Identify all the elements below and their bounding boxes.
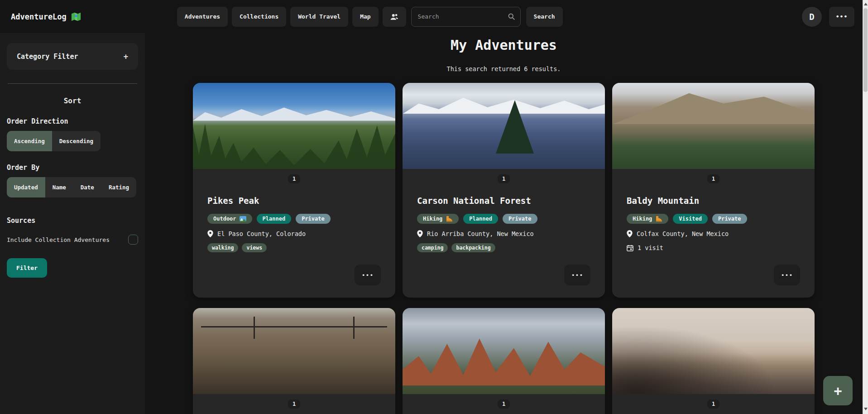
- card-body: Pikes Peak Outdoor Planned Private El Pa…: [193, 196, 395, 252]
- users-icon: [390, 13, 398, 20]
- adventure-card[interactable]: 1: [193, 308, 395, 414]
- adventure-card[interactable]: 1: [403, 308, 605, 414]
- tag-row: campingbackpacking: [417, 243, 590, 252]
- pin-icon: [207, 230, 213, 237]
- image-count-badge: 1: [707, 400, 719, 409]
- filter-sidebar: Category Filter + Sort Order Direction A…: [0, 33, 145, 414]
- adventure-photo[interactable]: [193, 308, 395, 394]
- adventure-card[interactable]: 1: [612, 308, 815, 414]
- sort-heading: Sort: [7, 96, 138, 105]
- category-label: Hiking: [633, 216, 652, 222]
- visit-count-text: 1 visit: [638, 244, 663, 251]
- page-title: My Adventures: [145, 37, 863, 53]
- image-count-badge: 1: [498, 400, 510, 409]
- add-adventure-button[interactable]: +: [823, 376, 853, 405]
- category-badge: Outdoor: [207, 214, 252, 224]
- include-collection-checkbox[interactable]: [128, 235, 138, 245]
- avatar[interactable]: D: [802, 7, 822, 27]
- map-logo-icon: [71, 12, 81, 22]
- tag-row: walkingviews: [207, 243, 381, 252]
- card-more-button[interactable]: •••: [774, 265, 800, 285]
- tag-badge: views: [242, 243, 267, 252]
- badge-row: Hiking Planned Private: [417, 214, 590, 224]
- scroll-up-icon[interactable]: [864, 3, 868, 5]
- order-direction-ascending-button[interactable]: Ascending: [7, 131, 52, 151]
- image-count-badge: 1: [707, 174, 719, 183]
- include-collection-row: Include Collection Adventures: [7, 235, 138, 245]
- category-label: Outdoor: [213, 216, 236, 222]
- scroll-down-icon[interactable]: [864, 408, 868, 410]
- order-by-rating-button[interactable]: Rating: [101, 177, 136, 197]
- adventure-card[interactable]: 1 Carson National Forest Hiking Planned …: [403, 83, 605, 298]
- adventure-photo[interactable]: [403, 308, 605, 394]
- location-row: Colfax County, New Mexico: [627, 230, 800, 237]
- adventure-card[interactable]: 1 Baldy Mountain Hiking Visited Private …: [612, 83, 815, 298]
- search-button[interactable]: Search: [526, 7, 563, 27]
- adventure-title[interactable]: Baldy Mountain: [627, 196, 800, 206]
- scrollbar-thumb[interactable]: [863, 8, 868, 92]
- card-more-button[interactable]: •••: [355, 265, 381, 285]
- main-content: My Adventures This search returned 6 res…: [145, 33, 863, 414]
- main-nav: Adventures Collections World Travel Map: [177, 7, 406, 27]
- tag-badge: backpacking: [451, 243, 495, 252]
- image-count-badge: 1: [498, 174, 510, 183]
- tag-badge: walking: [207, 243, 238, 252]
- adventure-title[interactable]: Pikes Peak: [207, 196, 381, 206]
- adventure-title[interactable]: Carson National Forest: [417, 196, 590, 206]
- visibility-badge: Private: [296, 214, 331, 224]
- sources-heading: Sources: [7, 217, 138, 225]
- nav-collections-button[interactable]: Collections: [232, 7, 286, 27]
- app-logo[interactable]: AdventureLog: [11, 12, 81, 22]
- visibility-badge: Private: [503, 214, 537, 224]
- status-badge: Visited: [673, 214, 708, 224]
- location-row: Rio Arriba County, New Mexico: [417, 230, 590, 237]
- adventure-photo[interactable]: [612, 83, 815, 169]
- app-title: AdventureLog: [11, 12, 67, 21]
- category-badge: Hiking: [627, 214, 668, 224]
- national-park-icon: [240, 216, 246, 222]
- nav-world-travel-button[interactable]: World Travel: [290, 7, 348, 27]
- pin-icon: [417, 230, 423, 237]
- adventure-grid: 1 Pikes Peak Outdoor Planned Private El …: [193, 83, 815, 414]
- order-direction-descending-button[interactable]: Descending: [52, 131, 101, 151]
- vertical-scrollbar[interactable]: [863, 0, 868, 414]
- search-icon: [508, 13, 515, 20]
- adventure-photo[interactable]: [403, 83, 605, 169]
- category-filter-label: Category Filter: [17, 53, 78, 61]
- search-input[interactable]: [411, 7, 521, 27]
- image-count-badge: 1: [288, 174, 300, 183]
- order-direction-label: Order Direction: [7, 117, 138, 125]
- tag-badge: camping: [417, 243, 448, 252]
- order-by-date-button[interactable]: Date: [73, 177, 101, 197]
- category-badge: Hiking: [417, 214, 459, 224]
- expand-plus-icon: +: [124, 52, 128, 61]
- filter-button[interactable]: Filter: [7, 258, 47, 278]
- order-by-name-button[interactable]: Name: [45, 177, 73, 197]
- hiking-boot-icon: [446, 216, 453, 222]
- card-more-button[interactable]: •••: [564, 265, 590, 285]
- sidebar-divider: [8, 83, 137, 84]
- badge-row: Hiking Visited Private: [627, 214, 800, 224]
- order-by-updated-button[interactable]: Updated: [7, 177, 45, 197]
- adventure-photo[interactable]: [612, 308, 815, 394]
- hiking-boot-icon: [655, 216, 662, 222]
- nav-adventures-button[interactable]: Adventures: [177, 7, 228, 27]
- image-count-badge: 1: [288, 400, 300, 409]
- navbar-more-button[interactable]: •••: [829, 7, 854, 27]
- order-by-label: Order By: [7, 164, 138, 172]
- top-navbar: AdventureLog Adventures Collections Worl…: [0, 0, 868, 33]
- location-row: El Paso County, Colorado: [207, 230, 381, 237]
- nav-map-button[interactable]: Map: [352, 7, 378, 27]
- card-body: Baldy Mountain Hiking Visited Private Co…: [612, 196, 815, 251]
- nav-users-button[interactable]: [383, 7, 406, 27]
- location-text: El Paso County, Colorado: [217, 230, 306, 237]
- visibility-badge: Private: [712, 214, 747, 224]
- status-badge: Planned: [257, 214, 292, 224]
- include-collection-label: Include Collection Adventures: [7, 236, 110, 243]
- adventure-card[interactable]: 1 Pikes Peak Outdoor Planned Private El …: [193, 83, 395, 298]
- pin-icon: [627, 230, 633, 237]
- order-by-group: Updated Name Date Rating: [7, 177, 136, 197]
- adventure-photo[interactable]: [193, 83, 395, 169]
- calendar-icon: [627, 245, 633, 251]
- category-filter-toggle[interactable]: Category Filter +: [7, 43, 138, 70]
